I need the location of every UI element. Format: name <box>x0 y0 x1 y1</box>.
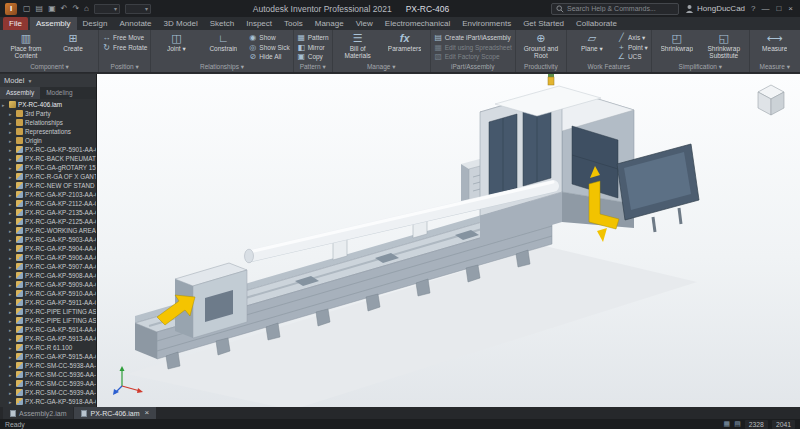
ribbon-button-create[interactable]: ⊞Create <box>51 32 95 52</box>
ribbon-button-bill-of-materials[interactable]: ☰Bill of Materials <box>336 32 380 59</box>
ribbon-tab-collaborate[interactable]: Collaborate <box>570 17 623 30</box>
expand-arrow-icon[interactable]: ▸ <box>9 192 14 198</box>
expand-arrow-icon[interactable]: ▸ <box>9 246 14 252</box>
ribbon-tab-manage[interactable]: Manage <box>309 17 350 30</box>
tree-item[interactable]: ▸PX-RC-GA-KP-5911-AA-COLOUR <box>0 298 96 307</box>
expand-arrow-icon[interactable]: ▸ <box>9 264 14 270</box>
expand-arrow-icon[interactable]: ▸ <box>9 363 14 369</box>
ribbon-group-label-simplification[interactable]: Simplification ▾ <box>655 62 746 72</box>
tree-item[interactable]: ▸PX-RC-406.iam <box>0 100 96 109</box>
ribbon-tab-environments[interactable]: Environments <box>456 17 517 30</box>
close-tab-icon[interactable]: × <box>144 409 149 417</box>
ribbon-button-show-sick[interactable]: ◎Show Sick <box>248 44 289 53</box>
user-account-button[interactable]: HongDucCad <box>685 4 745 13</box>
qat-dropdown[interactable]: ▾ <box>125 4 151 14</box>
model-3d[interactable] <box>97 74 800 407</box>
ribbon-button-create-ipart-iassembly[interactable]: ▤Create iPart/iAssembly <box>434 34 512 43</box>
expand-arrow-icon[interactable]: ▸ <box>9 228 14 234</box>
ribbon-tab-annotate[interactable]: Annotate <box>113 17 157 30</box>
tree-item[interactable]: ▸PX-RC-GA-KP-5906-AA-COLOUR... <box>0 253 96 262</box>
ribbon-tab-sketch[interactable]: Sketch <box>204 17 240 30</box>
expand-arrow-icon[interactable]: ▸ <box>9 372 14 378</box>
expand-arrow-icon[interactable]: ▸ <box>9 282 14 288</box>
open-file-icon[interactable]: ▤ <box>36 4 44 14</box>
ribbon-group-label-ipart-assembly[interactable]: iPart/Assembly <box>434 62 512 72</box>
tree-item[interactable]: ▸PX-RC-SM-CC-5938-AA-COLOUR... <box>0 361 96 370</box>
tree-item[interactable]: ▸PX-RC-BACK PNEUMATIC CHUCK... <box>0 154 96 163</box>
expand-arrow-icon[interactable]: ▸ <box>9 390 14 396</box>
tree-item[interactable]: ▸PX-RC-GA-KP-5909-AA-COLOUR... <box>0 280 96 289</box>
ribbon-tab-design[interactable]: Design <box>77 17 114 30</box>
ribbon-button-point[interactable]: +Point ▾ <box>617 44 648 53</box>
viewcube[interactable] <box>751 79 791 119</box>
maximize-icon[interactable]: □ <box>777 4 782 13</box>
expand-arrow-icon[interactable]: ▸ <box>9 399 14 405</box>
tree-item[interactable]: ▸Representations <box>0 127 96 136</box>
tree-item[interactable]: ▸PX-RC-GA-gROTARY 1530. <box>0 163 96 172</box>
expand-arrow-icon[interactable]: ▸ <box>9 120 14 126</box>
expand-arrow-icon[interactable]: ▸ <box>9 129 14 135</box>
ribbon-button-plane[interactable]: ▱Plane ▾ <box>570 32 614 52</box>
tree-item[interactable]: ▸PX-RC-GA-KP-2103-AA-COLOUR... <box>0 190 96 199</box>
tree-item[interactable]: ▸Origin <box>0 136 96 145</box>
expand-arrow-icon[interactable]: ▸ <box>9 336 14 342</box>
undo-icon[interactable]: ↶ <box>61 4 68 14</box>
ribbon-group-label-position[interactable]: Position ▾ <box>102 62 147 72</box>
ribbon-button-edit-factory-scope[interactable]: ▧Edit Factory Scope <box>434 53 512 62</box>
expand-arrow-icon[interactable]: ▸ <box>9 147 14 153</box>
expand-arrow-icon[interactable]: ▸ <box>9 381 14 387</box>
ribbon-button-parameters[interactable]: fxParameters <box>383 32 427 52</box>
expand-arrow-icon[interactable]: ▸ <box>9 237 14 243</box>
tree-item[interactable]: ▸PX-RC-GA-KP-2112-AA-COLOUR <box>0 199 96 208</box>
ribbon-button-ground-and-root[interactable]: ⊕Ground and Root <box>519 32 563 59</box>
save-icon[interactable]: ▣ <box>48 4 56 14</box>
ribbon-button-free-move[interactable]: ↔Free Move <box>102 34 147 43</box>
ribbon-group-label-work-features[interactable]: Work Features <box>570 62 648 72</box>
ribbon-button-copy[interactable]: ▣Copy <box>297 53 329 62</box>
ribbon-button-mirror[interactable]: ◧Mirror <box>297 44 329 53</box>
redo-icon[interactable]: ↷ <box>72 4 79 14</box>
tree-item[interactable]: ▸PX-RC-GA-KP-5914-AA-COLOUR... <box>0 325 96 334</box>
tree-item[interactable]: ▸PX-RC-GA-KP-5904-AA-COLOUR <box>0 244 96 253</box>
tree-item[interactable]: ▸PX-RC-GA-KP-2125-AA-COLOUR <box>0 217 96 226</box>
home-icon[interactable]: ⌂ <box>84 4 89 14</box>
tree-item[interactable]: ▸PX-RC-WORKING AREA (A)-COLO... <box>0 226 96 235</box>
ribbon-tab-get-started[interactable]: Get Started <box>517 17 570 30</box>
ribbon-button-constrain[interactable]: ∟Constrain <box>201 32 245 52</box>
ribbon-button-free-rotate[interactable]: ↻Free Rotate <box>102 44 147 53</box>
tree-item[interactable]: ▸PX-RC-PIPE LIFTING ASM FOR GA... <box>0 307 96 316</box>
qat-dropdown[interactable]: ▾ <box>94 4 120 14</box>
browser-header[interactable]: Model ▼ <box>0 74 96 87</box>
tree-item[interactable]: ▸PX-RC-GA-KP-2135-AA-COLOUR... <box>0 208 96 217</box>
ribbon-button-ucs[interactable]: ∠UCS <box>617 53 648 62</box>
help-icon[interactable]: ? <box>751 4 755 13</box>
expand-arrow-icon[interactable]: ▸ <box>9 219 14 225</box>
expand-arrow-icon[interactable]: ▸ <box>2 102 7 108</box>
ribbon-button-place-from-content-center[interactable]: ▥Place from Content Center ▾ <box>4 32 48 60</box>
ribbon-button-pattern[interactable]: ▦Pattern <box>297 34 329 43</box>
tree-item[interactable]: ▸PX-RC-GA-KP-5918-AA-COLOUR... <box>0 397 96 406</box>
ribbon-tab-electromechanical[interactable]: Electromechanical <box>379 17 456 30</box>
doc-tab-px-rc-406-iam[interactable]: PX-RC-406.iam× <box>74 407 156 419</box>
tree-item[interactable]: ▸PX-RC-GA-KP-5913-AA-COLOUR <box>0 334 96 343</box>
doc-tab-assembly2-iam[interactable]: Assembly2.iam <box>3 407 73 419</box>
expand-arrow-icon[interactable]: ▸ <box>9 273 14 279</box>
ribbon-tab-view[interactable]: View <box>350 17 379 30</box>
ribbon-tab-tools[interactable]: Tools <box>278 17 309 30</box>
tree-item[interactable]: ▸PX-RC-GA-KP-5910-AA-COLOUR... <box>0 289 96 298</box>
expand-arrow-icon[interactable]: ▸ <box>9 111 14 117</box>
ribbon-tab-assembly[interactable]: Assembly <box>30 17 77 30</box>
expand-arrow-icon[interactable]: ▸ <box>9 165 14 171</box>
close-icon[interactable]: × <box>788 4 793 13</box>
tree-item[interactable]: ▸PX-RC-SM-CC-5939-AA-COLOUR... <box>0 379 96 388</box>
ribbon-tab-file[interactable]: File <box>3 17 28 30</box>
tree-item[interactable]: ▸PX-RC-R 61.100 <box>0 343 96 352</box>
new-file-icon[interactable]: ▢ <box>23 4 31 14</box>
ribbon-button-edit-using-spreadsheet[interactable]: ▦Edit using Spreadsheet <box>434 44 512 53</box>
search-input[interactable]: Search Help & Commands... <box>551 3 679 15</box>
tab-modeling[interactable]: Modeling <box>40 87 78 99</box>
expand-arrow-icon[interactable]: ▸ <box>9 327 14 333</box>
tree-item[interactable]: ▸PX-RC-PIPE LIFTING ASM FOR GL... <box>0 316 96 325</box>
ribbon-button-shrinkwrap-substitute[interactable]: ◱Shrinkwrap Substitute <box>702 32 746 59</box>
expand-arrow-icon[interactable]: ▸ <box>9 156 14 162</box>
